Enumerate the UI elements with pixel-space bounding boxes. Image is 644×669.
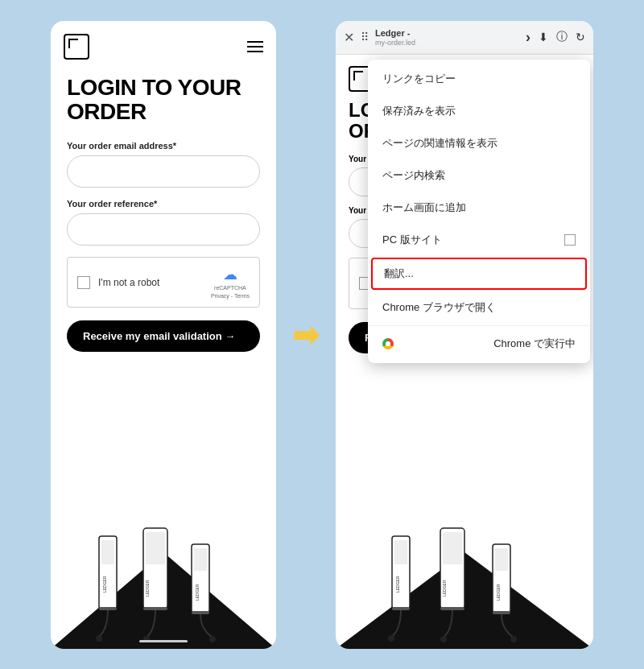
- recaptcha-links-left: Privacy - Terms: [211, 293, 250, 299]
- arrow-icon: ➡: [292, 316, 320, 353]
- svg-rect-28: [493, 611, 510, 614]
- svg-rect-26: [495, 548, 508, 571]
- email-input-left[interactable]: [67, 155, 260, 188]
- svg-point-29: [388, 635, 394, 642]
- svg-point-30: [440, 636, 447, 642]
- context-menu: リンクをコピー 保存済みを表示 ページの関連情報を表示 ページ内検索 ホーム画面…: [368, 60, 590, 363]
- menu-item-translate[interactable]: 翻訳...: [371, 258, 587, 290]
- menu-item-add-home[interactable]: ホーム画面に追加: [368, 192, 590, 224]
- download-button[interactable]: ⬇: [539, 31, 548, 43]
- menu-item-saved[interactable]: 保存済みを表示: [368, 95, 590, 127]
- reference-label-left: Your order reference*: [67, 199, 260, 209]
- right-phone-panel: ✕ ⠿ Ledger - my-order.led › ⬇ ⓘ ↻ LOGIN …: [336, 21, 593, 649]
- tab-url: my-order.led: [375, 39, 519, 48]
- svg-rect-12: [192, 611, 209, 614]
- recaptcha-brand-left: reCAPTCHA: [214, 285, 246, 291]
- menu-item-pc-site[interactable]: PC 版サイト: [368, 224, 590, 256]
- svg-text:LEDGER: LEDGER: [496, 584, 501, 601]
- svg-rect-4: [99, 607, 117, 610]
- menu-item-page-info[interactable]: ページの関連情報を表示: [368, 127, 590, 159]
- tab-title: Ledger -: [375, 27, 519, 39]
- svg-rect-23: [440, 607, 464, 610]
- svg-point-13: [96, 635, 102, 642]
- svg-point-15: [209, 636, 216, 642]
- svg-rect-6: [146, 532, 165, 564]
- illustration-right: LEDGER LEDGER LEDGER: [336, 488, 593, 649]
- page-title-left: LOGIN TO YOUR ORDER: [67, 76, 260, 126]
- svg-point-31: [510, 636, 517, 642]
- transition-arrow: ➡: [292, 316, 320, 353]
- menu-icon-left[interactable]: [247, 41, 263, 52]
- svg-text:LEDGER: LEDGER: [442, 580, 447, 597]
- tab-icon: ⠿: [361, 31, 369, 43]
- menu-divider: [368, 325, 590, 326]
- chrome-icon: [382, 338, 394, 349]
- email-label-left: Your order email address*: [67, 141, 260, 151]
- pc-site-checkbox[interactable]: [564, 234, 576, 246]
- captcha-right-section: ☁ reCAPTCHA Privacy - Terms: [211, 266, 250, 299]
- menu-item-page-search[interactable]: ページ内検索: [368, 159, 590, 192]
- scroll-indicator-left: [139, 640, 188, 642]
- close-tab-button[interactable]: ✕: [344, 30, 354, 45]
- left-header: [51, 21, 276, 66]
- recaptcha-logo-left: ☁: [223, 266, 237, 283]
- submit-button-left[interactable]: Receive my email validation →: [67, 320, 260, 352]
- menu-item-chrome-running[interactable]: Chrome で実行中: [368, 328, 590, 360]
- svg-rect-10: [194, 548, 207, 571]
- svg-text:LEDGER: LEDGER: [102, 576, 107, 593]
- captcha-label-left: I'm not a robot: [98, 277, 159, 288]
- menu-item-copy-link[interactable]: リンクをコピー: [368, 63, 590, 95]
- illustration-left: LEDGER LEDGER LEDGER: [51, 488, 276, 649]
- svg-rect-18: [394, 540, 407, 564]
- reference-input-left[interactable]: [67, 213, 260, 246]
- svg-rect-7: [143, 607, 167, 610]
- ledger-logo-left: [64, 34, 89, 60]
- refresh-button[interactable]: ↻: [576, 31, 585, 43]
- browser-nav: › ⬇ ⓘ ↻: [526, 29, 585, 46]
- svg-text:LEDGER: LEDGER: [395, 576, 400, 593]
- svg-text:LEDGER: LEDGER: [195, 584, 200, 601]
- captcha-left-section: I'm not a robot: [77, 276, 159, 289]
- captcha-box-left: I'm not a robot ☁ reCAPTCHA Privacy - Te…: [67, 257, 260, 308]
- svg-rect-2: [101, 540, 114, 564]
- left-phone-panel: LOGIN TO YOUR ORDER Your order email add…: [51, 21, 276, 649]
- info-button[interactable]: ⓘ: [556, 30, 568, 44]
- tab-info: Ledger - my-order.led: [375, 27, 519, 48]
- browser-bar: ✕ ⠿ Ledger - my-order.led › ⬇ ⓘ ↻: [336, 21, 593, 56]
- menu-item-open-chrome[interactable]: Chrome ブラウザで開く: [368, 291, 590, 324]
- svg-rect-22: [443, 532, 462, 564]
- svg-text:LEDGER: LEDGER: [145, 580, 150, 597]
- svg-rect-20: [392, 607, 410, 610]
- captcha-checkbox-left[interactable]: [77, 276, 90, 289]
- forward-button[interactable]: ›: [526, 29, 530, 46]
